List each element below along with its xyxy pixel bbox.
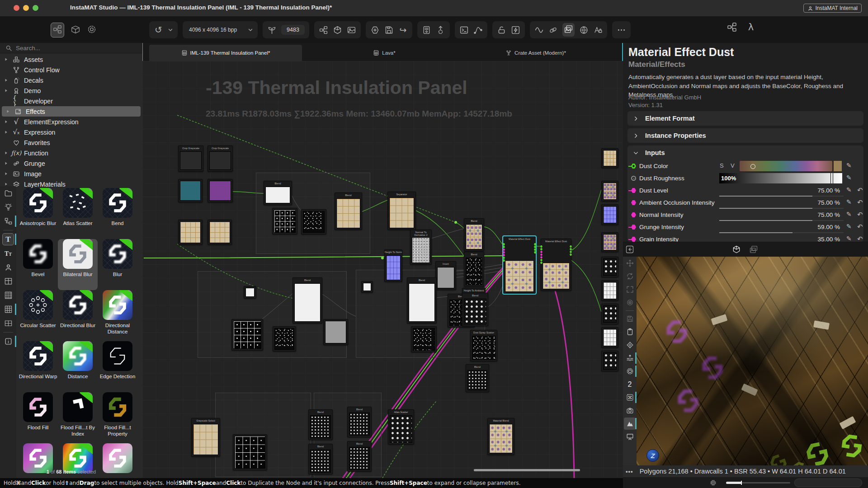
graph-node-normal-to-derivative-2[interactable]: Normal To Derivative 2	[410, 230, 432, 265]
edit-pencil-icon[interactable]: ✎	[846, 223, 852, 230]
material-3d-viewport[interactable]: Z	[637, 257, 868, 465]
viewport-expand-button[interactable]	[623, 283, 637, 296]
viewport-clipboard-button[interactable]	[623, 325, 637, 338]
rail-person-button[interactable]	[0, 260, 16, 274]
cube-3d-view-icon[interactable]	[732, 245, 741, 254]
graph-node-height-to-normal[interactable]: Height To Normal	[384, 249, 402, 282]
color-slider-handle[interactable]	[750, 164, 755, 169]
rail-text2-button[interactable]: TT	[0, 246, 16, 260]
reset-icon[interactable]: ↶	[857, 223, 863, 231]
viewport-checker-button[interactable]	[623, 391, 637, 404]
tab-crate-asset-modern-[interactable]: Crate Asset (Modern)*	[491, 45, 581, 61]
effect-item-edge-detection[interactable]: Edge Detection	[98, 341, 137, 392]
graph-node-blend[interactable]: Blend	[308, 444, 333, 474]
graph-node-material-effect-dust[interactable]: Material Effect Dust	[503, 236, 536, 294]
minimize-window-button[interactable]	[23, 5, 29, 11]
graph-node[interactable]	[233, 434, 267, 470]
reset-icon[interactable]: ↶	[857, 211, 863, 219]
graph-node-blend[interactable]: Blend	[464, 218, 484, 251]
graph-node[interactable]	[601, 351, 618, 371]
node-input-pin[interactable]	[540, 248, 542, 250]
graph-node[interactable]	[601, 257, 618, 277]
graph-node-blend[interactable]: Blend	[335, 192, 362, 230]
viewport-mountain-button[interactable]	[623, 417, 637, 430]
effect-item-flood-fill-t-property[interactable]: Flood Fill...t Property	[98, 392, 137, 443]
graph-node[interactable]	[208, 220, 232, 245]
rail-info-button[interactable]	[0, 334, 16, 348]
edit-pencil-icon[interactable]: ✎	[846, 211, 852, 218]
viewport-rotate-button[interactable]	[623, 270, 637, 283]
node-graph-canvas[interactable]: -139 Thermal Insulation Panel 23.81ms R1…	[142, 61, 623, 478]
viewport-input-box[interactable]	[794, 479, 862, 487]
viewport-quality-slider[interactable]	[726, 482, 790, 483]
sidebar-item-expression[interactable]: √xExpression	[0, 127, 142, 137]
effect-item-directional-warp[interactable]: Directional Warp	[18, 341, 58, 392]
share-icon[interactable]: ↪	[398, 25, 408, 35]
graph-node[interactable]	[601, 280, 618, 301]
graph-node[interactable]	[208, 179, 233, 202]
graph-node-crop-grayscale[interactable]: Crop Grayscale	[178, 145, 203, 172]
reset-icon[interactable]: ↶	[857, 235, 863, 242]
effect-item-bilateral-blur[interactable]: Bilateral Blur	[58, 239, 98, 290]
graph-node[interactable]	[301, 209, 326, 235]
node-input-pin[interactable]	[540, 259, 542, 261]
effect-item-flood-fill-t-by-index[interactable]: Flood Fill...t By Index	[58, 392, 98, 443]
sine-icon[interactable]	[534, 25, 544, 35]
node-input-pin[interactable]	[540, 245, 542, 248]
alock-icon[interactable]	[593, 25, 603, 35]
expand-arrow-icon[interactable]	[4, 161, 8, 165]
graph-node[interactable]	[411, 326, 437, 352]
image-2d-view-icon[interactable]	[749, 245, 758, 254]
graph-node[interactable]	[601, 304, 618, 324]
gear-toolbar-icon[interactable]	[87, 24, 97, 36]
graph-node-blend[interactable]: Blend	[462, 293, 488, 326]
viewport-floppy-button[interactable]	[623, 312, 637, 325]
chevron-down-icon[interactable]	[168, 27, 173, 33]
gradient-slider-handle[interactable]	[830, 173, 833, 183]
sidebar-item-grunge[interactable]: Grunge	[0, 158, 142, 169]
node-input-pin[interactable]	[503, 254, 505, 256]
plant-icon[interactable]	[267, 25, 277, 35]
node-input-pin[interactable]	[540, 253, 542, 256]
graph-node-blend[interactable]: Blend	[347, 441, 372, 472]
reset-icon[interactable]: ↶	[857, 186, 863, 194]
lockopen-icon[interactable]	[497, 25, 506, 35]
viewport-locate-button[interactable]	[623, 338, 637, 352]
floppy-icon[interactable]	[384, 25, 394, 35]
undo-icon[interactable]: ↺	[154, 25, 163, 35]
effect-item-blur[interactable]: Blur	[98, 239, 137, 290]
edit-pencil-icon[interactable]: ✎	[846, 186, 852, 193]
graph-node[interactable]	[244, 286, 256, 299]
graph-node-blend[interactable]: Blend	[466, 364, 489, 392]
lambda-icon[interactable]: λ	[745, 22, 756, 33]
value-button[interactable]: V	[731, 162, 735, 169]
section-header[interactable]: Element Format	[627, 111, 863, 126]
expand-arrow-icon[interactable]	[4, 172, 8, 176]
viewport-count-button[interactable]: 2	[623, 378, 637, 391]
graph-node-grayscale-select[interactable]: Grayscale Select	[191, 418, 220, 457]
zoom-window-button[interactable]	[33, 5, 38, 11]
viewport-target-button[interactable]	[623, 296, 637, 309]
sidebar-item-decals[interactable]: Decals	[0, 75, 142, 85]
expand-arrow-icon[interactable]	[4, 89, 8, 93]
graph-node[interactable]	[231, 319, 263, 351]
node-input-pin[interactable]	[503, 243, 505, 245]
canvas-hscrollbar[interactable]	[474, 469, 580, 471]
seed-value[interactable]: 9483	[281, 25, 305, 35]
internal-badge[interactable]: InstaMAT Internal	[803, 4, 862, 13]
package-toolbar-icon[interactable]	[71, 24, 80, 36]
effect-item-directional-distance[interactable]: Directional Distance	[98, 290, 137, 341]
graph-node-blend[interactable]: Blend	[264, 181, 292, 205]
graph-node-blend[interactable]: Blend	[347, 407, 372, 437]
graph-node[interactable]	[178, 179, 203, 202]
exportgear-icon[interactable]	[436, 25, 445, 35]
node-input-pin[interactable]	[503, 249, 505, 251]
globe-icon[interactable]	[579, 25, 589, 35]
reset-icon[interactable]: ↶	[857, 198, 863, 206]
oven-icon[interactable]	[422, 25, 431, 35]
sidebar-item-demo[interactable]: Demo	[0, 85, 142, 96]
sidebar-item-assets[interactable]: Assets	[0, 54, 142, 65]
effect-item-bend[interactable]: Bend	[98, 188, 137, 239]
element-graph-toolbar-icon[interactable]	[51, 23, 64, 38]
expand-arrow-icon[interactable]	[4, 120, 8, 124]
